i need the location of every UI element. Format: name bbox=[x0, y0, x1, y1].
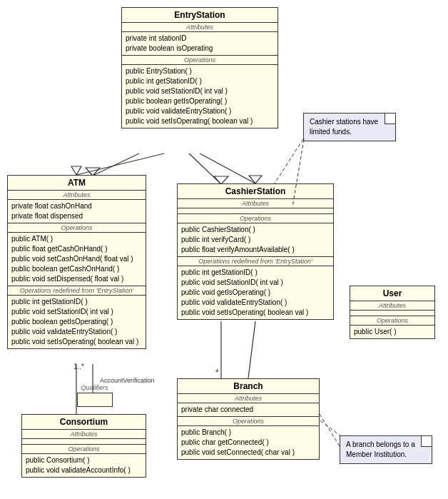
svg-marker-11 bbox=[249, 176, 262, 183]
cashier-station-name: CashierStation bbox=[178, 184, 333, 199]
entry-station-attr-label: Attributes bbox=[122, 23, 278, 32]
account-verification-label: AccountVerification bbox=[100, 377, 155, 384]
branch-name: Branch bbox=[178, 379, 319, 394]
atm-operations: public ATM( ) public float getCashOnHand… bbox=[8, 233, 146, 286]
cashier-station-class: CashierStation Attributes Operations pub… bbox=[177, 183, 334, 320]
atm-redef-label: Operations redefined from 'EntryStation' bbox=[8, 286, 146, 296]
svg-line-8 bbox=[76, 153, 164, 175]
user-class: User Attributes Operations public User( … bbox=[350, 286, 435, 339]
user-attr-label: Attributes bbox=[350, 301, 434, 311]
svg-line-0 bbox=[93, 153, 139, 176]
user-attributes bbox=[350, 311, 434, 316]
svg-line-13 bbox=[248, 321, 255, 378]
branch-note: A branch belongs to a Member Institution… bbox=[340, 435, 432, 464]
multiplicity-star-label: * bbox=[215, 368, 219, 378]
entry-station-operations: public EntryStation( ) public int getSta… bbox=[122, 65, 278, 128]
cashier-note: Cashier stations have limited funds. bbox=[303, 113, 396, 141]
consortium-name: Consortium bbox=[22, 415, 146, 430]
entry-station-class: EntryStation Attributes private int stat… bbox=[121, 7, 278, 128]
cashier-redef-label: Operations redefined from 'EntryStation' bbox=[178, 257, 333, 266]
atm-redefined: public int getStationID( ) public void s… bbox=[8, 296, 146, 348]
branch-operations: public Branch( ) public char getConnecte… bbox=[178, 426, 319, 459]
consortium-attributes bbox=[22, 439, 146, 445]
cashier-operations: public CashierStation( ) public int veri… bbox=[178, 223, 333, 257]
consortium-ops-label: Operations bbox=[22, 445, 146, 454]
consortium-operations: public Consortium( ) public void validat… bbox=[22, 454, 146, 477]
multiplicity-label: 1..* bbox=[73, 363, 84, 371]
atm-class: ATM Attributes private float cashOnHand … bbox=[7, 175, 146, 349]
branch-ops-label: Operations bbox=[178, 417, 319, 426]
entry-station-name: EntryStation bbox=[122, 8, 278, 23]
user-ops-label: Operations bbox=[350, 316, 434, 326]
cashier-note-text: Cashier stations have limited funds. bbox=[310, 118, 378, 136]
diagram-container: EntryStation Attributes private int stat… bbox=[0, 0, 448, 499]
atm-name: ATM bbox=[8, 176, 146, 191]
branch-note-text: A branch belongs to a Member Institution… bbox=[346, 440, 415, 458]
consortium-attr-label: Attributes bbox=[22, 430, 146, 439]
user-operations: public User( ) bbox=[350, 326, 434, 338]
svg-line-10 bbox=[200, 153, 255, 183]
entry-station-attributes: private int stationID private boolean is… bbox=[122, 32, 278, 56]
cashier-attr-label: Attributes bbox=[178, 199, 333, 208]
svg-marker-9 bbox=[71, 166, 81, 175]
atm-attributes: private float cashOnHand private float d… bbox=[8, 200, 146, 223]
atm-ops-label: Operations bbox=[8, 223, 146, 233]
cashier-attributes bbox=[178, 208, 333, 214]
svg-line-15 bbox=[320, 414, 340, 446]
cashier-ops-label: Operations bbox=[178, 214, 333, 223]
consortium-class: Consortium Attributes Operations public … bbox=[21, 414, 146, 478]
branch-attr-label: Attributes bbox=[178, 394, 319, 403]
user-name: User bbox=[350, 286, 434, 301]
qualifier-box bbox=[77, 393, 113, 407]
entry-station-ops-label: Operations bbox=[122, 56, 278, 65]
qualifiers-label: Qualifiers bbox=[71, 384, 118, 391]
branch-class: Branch Attributes private char connected… bbox=[177, 378, 320, 460]
branch-attributes: private char connected bbox=[178, 403, 319, 417]
cashier-redefined: public int getStationID( ) public void s… bbox=[178, 266, 333, 319]
atm-attr-label: Attributes bbox=[8, 191, 146, 200]
svg-line-1 bbox=[189, 153, 221, 184]
